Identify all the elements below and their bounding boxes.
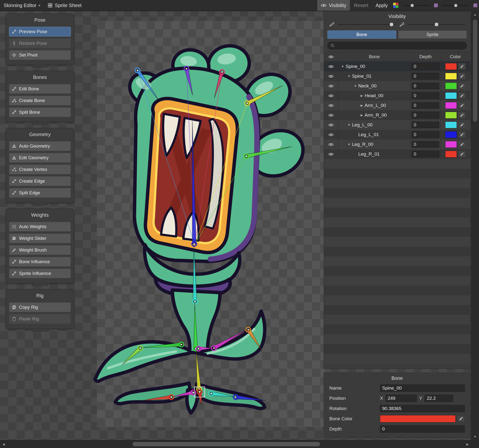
revert-button[interactable]: Revert [350,0,372,11]
scroll-right-arrow[interactable]: ▶ [464,440,471,448]
bone-row[interactable]: ▼ Leg_L_00 [324,120,470,130]
eyedropper-button[interactable] [458,131,466,138]
expand-arrow[interactable]: ▶ [359,94,365,97]
slider-thumb[interactable] [435,23,438,26]
mesh-opacity-slider[interactable] [408,22,466,26]
split-edge-button[interactable]: Split Edge [9,188,71,198]
bone-row[interactable]: Leg_L_01 [324,130,470,140]
depth-input[interactable] [412,131,439,138]
depth-input[interactable] [412,102,439,109]
sprite-opacity-slider[interactable] [442,4,469,7]
scroll-up-arrow[interactable]: ▲ [471,11,479,18]
weight-brush-button[interactable]: Weight Brush [9,245,71,255]
panel-handle[interactable] [32,122,48,125]
bone-gizmo-opacity-slider[interactable] [338,22,396,26]
visibility-eye-icon[interactable] [328,84,334,88]
eyedropper-button[interactable] [458,73,466,80]
skinning-editor-menu[interactable]: Skinning Editor ▾ [0,0,44,11]
position-y-input[interactable] [424,395,453,402]
bone-name[interactable]: Head_00 [365,93,383,98]
bone-color-swatch[interactable] [445,63,457,70]
slider-thumb[interactable] [390,23,393,26]
visibility-eye-icon[interactable] [328,104,334,107]
bone-gizmo[interactable] [196,351,202,392]
bone-row[interactable]: ▶ Arm_L_00 [324,101,470,110]
bone-name[interactable]: Leg_R_01 [358,151,380,157]
mesh-overlay-icon[interactable] [434,3,438,8]
panel-handle[interactable] [32,329,48,331]
visibility-eye-icon[interactable] [328,123,334,127]
visibility-eye-icon[interactable] [328,113,334,117]
bone-row[interactable]: Leg_R_01 [324,149,470,159]
eyedropper-button[interactable] [458,102,466,109]
horizontal-scroll-thumb[interactable] [133,442,320,446]
bone-color-swatch[interactable] [445,151,457,158]
bone-name[interactable]: Leg_L_01 [358,132,379,137]
edit-bone-button[interactable]: Edit Bone [9,84,71,94]
bone-opacity-slider[interactable] [403,4,430,7]
bone-name[interactable]: Spine_01 [352,74,371,79]
bone-color-swatch[interactable] [445,141,457,148]
preview-pose-button[interactable]: Preview Pose [9,27,71,37]
sprite-influence-button[interactable]: Sprite Influence [9,269,71,278]
depth-input[interactable] [412,63,439,70]
bone-color-swatch[interactable] [445,102,457,109]
expand-arrow[interactable]: ▼ [346,143,352,146]
bone-name[interactable]: Arm_R_00 [365,112,387,118]
bone-color-swatch[interactable] [445,112,457,119]
tab-sprite[interactable]: Sprite [398,30,467,39]
vertical-scroll-thumb[interactable] [473,19,477,122]
depth-input[interactable] [412,73,439,80]
expand-arrow[interactable]: ▶ [359,104,365,107]
split-bone-button[interactable]: Split Bone [9,107,71,117]
search-input[interactable] [336,43,464,48]
edit-geometry-button[interactable]: Edit Geometry [9,153,71,163]
depth-input[interactable] [412,121,439,128]
bone-palette-icon[interactable] [393,2,399,8]
horizontal-scrollbar[interactable]: ◀ ▶ [0,440,471,448]
eyedropper-button[interactable] [458,151,466,158]
depth-input[interactable] [412,141,439,148]
bone-name[interactable]: Neck_00 [358,83,377,89]
bone-row[interactable]: ▼ Neck_00 [324,81,470,91]
apply-button[interactable]: Apply [372,0,391,11]
eyedropper-button[interactable] [458,141,466,148]
expand-arrow[interactable]: ▶ [359,113,365,117]
auto-geometry-button[interactable]: Auto Geometry [9,141,71,151]
bone-color-swatch[interactable] [445,121,457,128]
scroll-left-arrow[interactable]: ◀ [0,440,7,448]
bone-row[interactable]: ▶ Arm_R_00 [324,110,470,120]
expand-arrow[interactable]: ▼ [346,123,352,127]
depth-input[interactable] [412,151,439,158]
eyedropper-button[interactable] [458,83,466,89]
bone-name-input[interactable] [380,384,465,392]
auto-weights-button[interactable]: Auto Weights [9,222,71,232]
eyedropper-button[interactable] [458,121,466,128]
create-bone-button[interactable]: Create Bone [9,96,71,105]
slider-thumb[interactable] [411,4,414,7]
bone-color-swatch[interactable] [445,73,457,80]
sprite-sheet-button[interactable]: Sprite Sheet [44,0,85,11]
vertical-scrollbar[interactable]: ▲ ▼ [471,11,479,440]
visibility-eye-icon[interactable] [328,133,334,137]
scroll-down-arrow[interactable]: ▼ [471,433,479,440]
position-x-input[interactable] [386,395,417,402]
visibility-eye-icon[interactable] [328,65,334,68]
bone-color-swatch[interactable] [445,92,457,99]
restore-pose-button[interactable]: Restore Pose [9,38,71,48]
depth-input[interactable] [412,92,439,99]
eyedropper-button[interactable] [457,415,465,422]
bone-name[interactable]: Arm_L_00 [365,103,386,108]
color-column-header[interactable]: Color [440,52,470,61]
create-edge-button[interactable]: Create Edge [9,176,71,186]
depth-column-header[interactable]: Depth [410,52,440,61]
expand-arrow[interactable]: ▼ [346,75,352,78]
slider-thumb[interactable] [454,4,457,7]
search-box[interactable] [327,42,467,49]
tab-bone[interactable]: Bone [327,30,396,39]
bone-name[interactable]: Leg_L_00 [352,122,373,128]
paste-rig-button[interactable]: Paste Rig [9,314,71,324]
panel-handle[interactable] [32,65,48,67]
bone-depth-input[interactable] [380,425,465,433]
depth-input[interactable] [412,112,439,119]
